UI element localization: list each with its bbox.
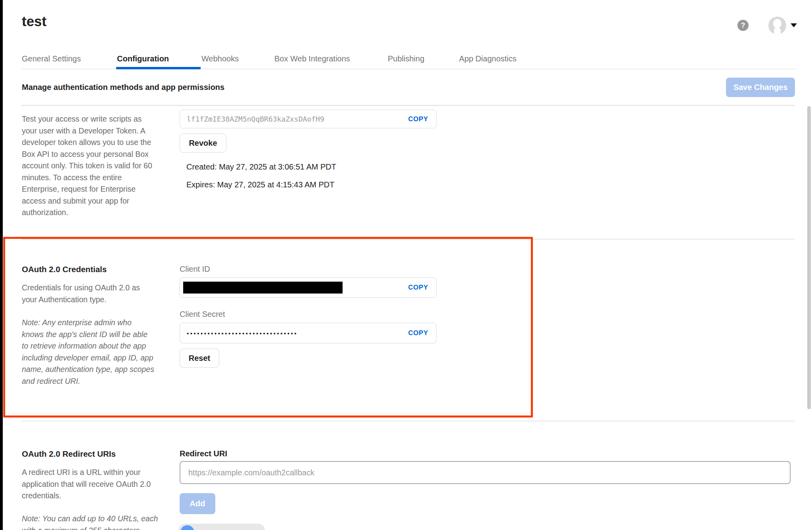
client-id-label: Client ID	[180, 265, 210, 274]
save-changes-button[interactable]: Save Changes	[726, 78, 795, 97]
account-menu-caret-icon[interactable]	[791, 23, 797, 27]
developer-token-description: Test your access or write scripts as you…	[22, 113, 167, 219]
developer-token-value: lf1fZmIE38AZM5nQqBR63kaZxsDAofH9	[180, 115, 324, 123]
redirect-uris-note: Note: You can add up to 40 URLs, each wi…	[22, 513, 167, 530]
oauth-credentials-heading: OAuth 2.0 Credentials	[22, 265, 107, 274]
token-expires-text: Expires: May 27, 2025 at 4:15:43 AM PDT	[186, 180, 335, 189]
app-title: test	[22, 13, 46, 29]
oauth-credentials-description: Credentials for using OAuth 2.0 as your …	[22, 282, 167, 305]
divider	[22, 239, 795, 240]
active-tab-underline	[116, 67, 201, 69]
tab-webhooks[interactable]: Webhooks	[201, 54, 239, 63]
partial-toggle-row[interactable]	[178, 524, 265, 530]
tab-box-web-integrations[interactable]: Box Web Integrations	[274, 54, 350, 63]
copy-client-id-button[interactable]: COPY	[408, 284, 436, 292]
client-secret-masked-value: ••••••••••••••••••••••••••••••••	[180, 330, 298, 337]
redirect-uri-label: Redirect URI	[180, 449, 227, 458]
revoke-button[interactable]: Revoke	[180, 133, 226, 153]
tab-configuration[interactable]: Configuration	[117, 54, 169, 63]
redirect-uris-heading: OAuth 2.0 Redirect URIs	[22, 449, 116, 459]
client-id-field: COPY	[180, 277, 437, 298]
help-icon[interactable]: ?	[737, 20, 749, 31]
developer-token-field: lf1fZmIE38AZM5nQqBR63kaZxsDAofH9 COPY	[180, 110, 437, 128]
redirect-uri-input[interactable]	[180, 461, 791, 484]
screen-edge-bar	[0, 0, 3, 530]
tab-app-diagnostics[interactable]: App Diagnostics	[459, 54, 517, 63]
copy-token-button[interactable]: COPY	[408, 115, 436, 123]
redirect-uris-description: A redirect URI is a URL within your appl…	[22, 467, 167, 502]
divider	[22, 421, 795, 421]
divider	[22, 105, 795, 106]
toggle-knob-icon	[180, 525, 194, 530]
client-secret-field: •••••••••••••••••••••••••••••••• COPY	[180, 323, 437, 343]
oauth-credentials-note: Note: Any enterprise admin who knows the…	[22, 317, 167, 387]
copy-client-secret-button[interactable]: COPY	[408, 329, 436, 337]
reset-button[interactable]: Reset	[180, 349, 219, 368]
add-redirect-uri-button[interactable]: Add	[180, 493, 215, 514]
section-toolbar-heading: Manage authentication methods and app pe…	[22, 83, 224, 92]
client-id-redaction	[183, 282, 343, 294]
user-avatar[interactable]	[768, 17, 786, 34]
avatar-head-icon	[773, 19, 781, 28]
vertical-scrollbar-thumb[interactable]	[807, 106, 811, 409]
client-secret-label: Client Secret	[180, 310, 225, 319]
token-created-text: Created: May 27, 2025 at 3:06:51 AM PDT	[186, 162, 336, 172]
tab-general-settings[interactable]: General Settings	[22, 54, 81, 63]
tab-publishing[interactable]: Publishing	[388, 54, 424, 63]
avatar-torso-icon	[774, 27, 781, 34]
